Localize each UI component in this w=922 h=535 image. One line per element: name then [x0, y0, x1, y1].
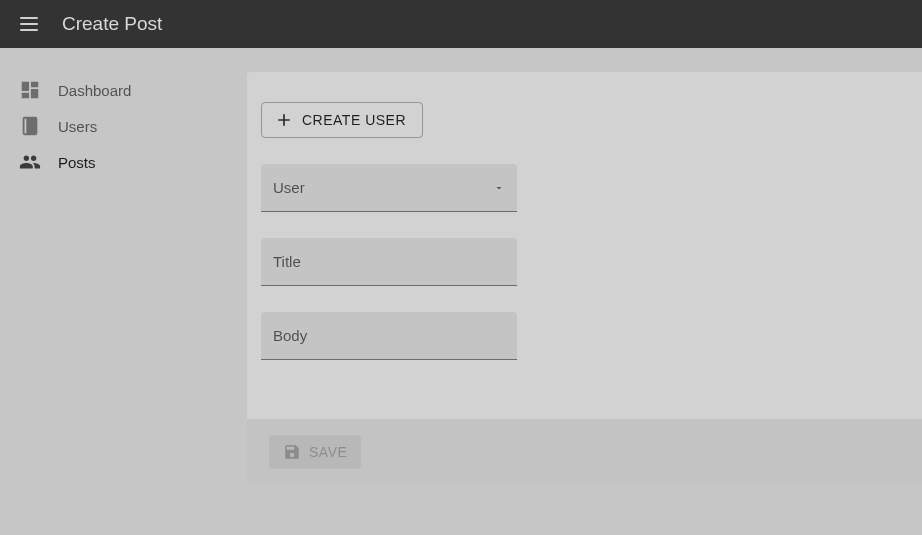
create-user-button[interactable]: CREATE USER — [261, 102, 423, 138]
dashboard-icon — [18, 78, 42, 102]
people-icon — [18, 150, 42, 174]
save-button[interactable]: SAVE — [269, 435, 361, 469]
sidebar: Dashboard Users Posts — [0, 48, 247, 535]
user-select[interactable]: User — [261, 164, 517, 212]
create-user-button-label: CREATE USER — [302, 112, 406, 128]
body-field-label: Body — [273, 327, 307, 344]
book-icon — [18, 114, 42, 138]
sidebar-item-dashboard[interactable]: Dashboard — [18, 72, 247, 108]
user-select-label: User — [273, 179, 305, 196]
plus-icon — [274, 110, 294, 130]
sidebar-item-label: Users — [58, 118, 97, 135]
content: CREATE USER User Title — [247, 48, 922, 535]
title-field-label: Title — [273, 253, 301, 270]
form-card: CREATE USER User Title — [247, 72, 922, 485]
sidebar-item-label: Dashboard — [58, 82, 131, 99]
card-footer: SAVE — [247, 419, 922, 485]
sidebar-item-label: Posts — [58, 154, 96, 171]
sidebar-item-posts[interactable]: Posts — [18, 144, 247, 180]
save-icon — [283, 443, 301, 461]
appbar: Create Post — [0, 0, 922, 48]
chevron-down-icon — [493, 182, 505, 194]
save-button-label: SAVE — [309, 444, 347, 460]
menu-icon[interactable] — [20, 12, 44, 36]
page-title: Create Post — [62, 13, 162, 35]
body-field[interactable]: Body — [261, 312, 517, 360]
sidebar-item-users[interactable]: Users — [18, 108, 247, 144]
title-field[interactable]: Title — [261, 238, 517, 286]
